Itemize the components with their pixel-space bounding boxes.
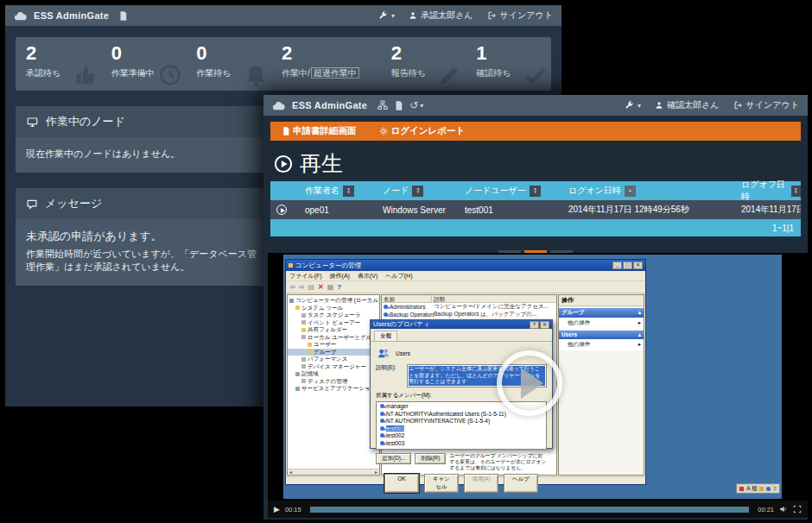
seek-bar[interactable] xyxy=(310,507,750,513)
sort-icon[interactable] xyxy=(791,186,801,197)
cell-node-user: test001 xyxy=(453,205,556,215)
tree-item[interactable]: サービスとアプリケーション xyxy=(288,385,379,393)
wrench-icon xyxy=(624,100,634,110)
tree-item[interactable]: イベント ビューアー xyxy=(288,319,379,327)
menu-item[interactable]: ヘルプ(H) xyxy=(385,272,412,280)
tree-item-label: ディスクの管理 xyxy=(308,378,347,386)
more-actions-item[interactable]: 他の操作▸ xyxy=(559,318,644,329)
dialog-button[interactable]: キャンセル xyxy=(424,474,459,493)
add-button[interactable]: 追加(D)... xyxy=(376,453,411,464)
tab-general[interactable]: 全般 xyxy=(374,331,397,341)
row-play-icon[interactable] xyxy=(276,205,287,215)
nav-login-report[interactable]: ログインレポート xyxy=(379,125,466,137)
document-icon[interactable] xyxy=(395,101,403,110)
member-row[interactable]: test002 xyxy=(377,432,546,440)
video-player[interactable]: コンピューターの管理 _ □ ✕ ファイル(F)操作(A)表示(V)ヘルプ(H)… xyxy=(268,253,808,518)
user-menu[interactable]: 確認太郎さん xyxy=(655,99,719,111)
tree-item[interactable]: ユーザー xyxy=(288,341,379,349)
tree-item-icon xyxy=(289,299,294,303)
tools-menu-button[interactable]: ▾ xyxy=(377,10,395,21)
menu-item[interactable]: ファイル(F) xyxy=(289,272,322,280)
play-overlay-icon[interactable] xyxy=(497,350,562,416)
table-column-header[interactable]: ノード xyxy=(371,185,453,197)
actions-group-header[interactable]: グループ▴ xyxy=(559,308,644,318)
document-icon[interactable] xyxy=(119,11,127,21)
tree-item[interactable]: 記憶域 xyxy=(288,370,379,378)
sort-icon[interactable] xyxy=(625,186,636,197)
gear-icon xyxy=(379,127,388,135)
message-header: メッセージ xyxy=(16,188,268,219)
counter-working-overtime[interactable]: 2 作業中/超過作業中 xyxy=(271,37,381,91)
thumbs-up-icon xyxy=(73,63,98,87)
play-button[interactable]: ▶ xyxy=(274,505,280,514)
history-icon[interactable]: ↺▾ xyxy=(409,99,423,111)
group-list-row[interactable]: Administrators コンピューター/ドメインに完全なアクセス... xyxy=(382,303,556,311)
sort-icon[interactable] xyxy=(412,186,423,197)
member-row[interactable]: NT AUTHORITY\INTERACTIVE (S-1-5-4) xyxy=(377,418,546,425)
volume-icon[interactable] xyxy=(779,505,788,514)
tools-menu-button[interactable]: ▾ xyxy=(624,100,641,110)
tree-item[interactable]: タスク スケジューラ xyxy=(288,312,379,319)
signout-button[interactable]: サインアウト xyxy=(733,99,799,111)
table-column-header[interactable]: ログオン日時 xyxy=(556,185,729,197)
tree-item[interactable]: ディスクの管理 xyxy=(288,378,379,386)
dialog-button[interactable]: OK xyxy=(384,474,419,493)
tree-item[interactable]: コンピューターの管理 (ローカル) xyxy=(288,297,379,305)
group-list-row[interactable]: Backup Operators Backup Operators は、バックア… xyxy=(382,311,556,318)
app-brand[interactable]: ESS AdminGate xyxy=(34,10,109,21)
show-tree-icon[interactable]: ▤ xyxy=(308,283,314,291)
counter-waiting[interactable]: 0 作業待ち xyxy=(186,37,271,91)
user-menu[interactable]: 承認太郎さん xyxy=(409,9,473,22)
maximize-button[interactable]: □ xyxy=(623,262,632,269)
tree-item[interactable]: 共有フォルダー xyxy=(288,326,379,334)
signout-button[interactable]: サインアウト xyxy=(487,9,553,22)
tree-item[interactable]: パフォーマンス xyxy=(288,356,379,363)
group-description: Backup Operators は、バックアップの... xyxy=(434,311,556,318)
tree-item[interactable]: デバイス マネージャー xyxy=(288,363,379,371)
horizontal-scrollbar[interactable]: ◄► xyxy=(288,469,379,475)
ime-menu-icon: ≡ xyxy=(773,486,777,491)
properties-icon[interactable]: ▦ xyxy=(327,283,334,291)
list-column-headers[interactable]: 名前 説明 xyxy=(382,295,556,303)
dialog-close-button[interactable]: ✕ xyxy=(540,321,549,329)
counter-preparing[interactable]: 0 作業準備中 xyxy=(101,37,187,91)
help-icon[interactable]: ? xyxy=(337,283,341,291)
table-column-header[interactable]: ログオフ日時 xyxy=(729,179,801,203)
session-row[interactable]: ope01 Windows Server test001 2014年11月17日… xyxy=(270,200,801,219)
menu-item[interactable]: 表示(V) xyxy=(358,272,377,280)
close-button[interactable]: ✕ xyxy=(633,262,643,269)
member-row[interactable]: test001 xyxy=(377,425,546,432)
counter-confirm-waiting[interactable]: 1 確認待ち xyxy=(466,37,551,91)
tree-item[interactable]: ローカル ユーザーとグループ xyxy=(288,334,379,342)
sort-icon[interactable] xyxy=(343,186,354,197)
minimize-button[interactable]: _ xyxy=(612,262,622,269)
actions-group-header[interactable]: Users▴ xyxy=(559,331,644,339)
sort-icon[interactable] xyxy=(530,186,541,197)
play-circle-icon xyxy=(274,154,293,173)
menu-item[interactable]: 操作(A) xyxy=(330,272,350,280)
member-row[interactable]: test003 xyxy=(377,439,546,447)
membership-note: ユーザーのグループ メンバーシップに対する変更は、そのユーザーが次にログオンする… xyxy=(449,453,547,471)
tree-item[interactable]: システム ツール xyxy=(288,305,379,312)
more-actions-item[interactable]: 他の操作▸ xyxy=(559,339,644,350)
pencil-icon xyxy=(438,63,462,87)
counter-pending-approval[interactable]: 2 承認待ち xyxy=(16,37,101,91)
table-column-header[interactable]: 作業者名 xyxy=(293,185,371,197)
dialog-button[interactable]: ヘルプ xyxy=(504,474,538,493)
sitemap-icon[interactable] xyxy=(377,100,388,110)
dialog-button[interactable]: 適用(A) xyxy=(464,474,498,493)
dialog-help-button[interactable]: ? xyxy=(530,321,539,329)
delete-icon[interactable]: ✕ xyxy=(318,283,324,291)
tree-item[interactable]: グループ xyxy=(288,349,379,356)
back-icon[interactable]: ⇦ xyxy=(289,283,295,291)
nav-request-detail[interactable]: 申請書詳細画面 xyxy=(282,125,357,137)
total-time: 00:21 xyxy=(758,506,774,514)
remove-button[interactable]: 削除(R) xyxy=(415,453,446,464)
fullscreen-icon[interactable] xyxy=(793,505,802,514)
counter-report-waiting[interactable]: 2 報告待ち xyxy=(381,37,466,91)
member-name: test003 xyxy=(386,440,404,446)
table-column-header[interactable]: ノードユーザー xyxy=(453,185,556,197)
app-brand[interactable]: ESS AdminGate xyxy=(292,100,367,110)
ime-language-bar[interactable]: A 般 ≡ xyxy=(736,483,780,494)
forward-icon[interactable]: ⇨ xyxy=(299,283,305,291)
